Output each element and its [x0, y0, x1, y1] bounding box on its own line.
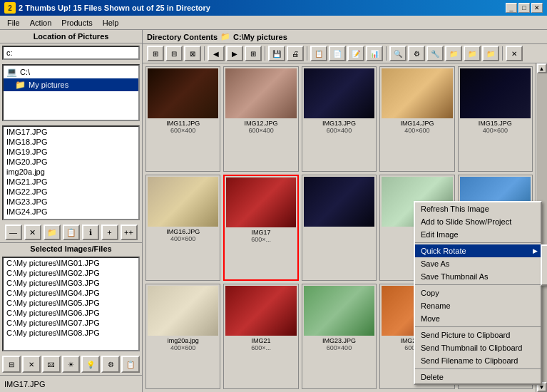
menu-action[interactable]: Action [26, 17, 56, 29]
selected-item[interactable]: C:\My pictures\IMG03.JPG [4, 278, 138, 288]
tb-btn-11[interactable]: 📝 [347, 46, 364, 61]
ctx-copy[interactable]: Copy [415, 287, 541, 299]
thumb-cell[interactable]: IMG12.JPG 600×400 [223, 66, 298, 172]
thumb-cell[interactable]: IMG21 600×... [223, 284, 298, 389]
thumbnail-image [460, 68, 531, 118]
tb-btn-5[interactable]: ▶ [226, 46, 243, 61]
thumb-cell[interactable]: IMG13.JPG 600×400 [302, 66, 377, 172]
file-item[interactable]: IMG24.JPG [4, 207, 138, 217]
thumb-cell-selected[interactable]: IMG17 600×... [223, 175, 298, 282]
tb-btn-3[interactable]: ⊠ [184, 46, 201, 61]
action-btn-2[interactable]: ✕ [22, 356, 41, 373]
tb-btn-9[interactable]: 📋 [310, 46, 327, 61]
action-btn-3[interactable]: 🖂 [42, 356, 61, 373]
thumb-cell[interactable]: img20a.jpg 400×600 [145, 284, 220, 389]
scroll-up-button[interactable]: ▲ [537, 63, 547, 73]
remove-button[interactable]: ✕ [24, 225, 41, 240]
folder-icon: 📁 [220, 32, 230, 41]
file-list: IMG17.JPG IMG18.JPG IMG19.JPG IMG20.JPG … [2, 125, 140, 220]
copy-button[interactable]: 📋 [63, 225, 80, 240]
selected-item[interactable]: C:\My pictures\IMG05.JPG [4, 298, 138, 308]
location-input[interactable] [2, 46, 140, 60]
tb-btn-8[interactable]: 🖨 [287, 46, 304, 61]
tb-btn-1[interactable]: ⊞ [147, 46, 164, 61]
dir-contents-label: Directory Contents [147, 33, 218, 41]
tb-btn-18[interactable]: 📁 [482, 46, 499, 61]
tb-close[interactable]: ✕ [506, 46, 523, 61]
thumb-cell[interactable]: IMG23.JPG 600×400 [302, 284, 377, 389]
thumbnail-image [148, 286, 218, 336]
tb-btn-4[interactable]: ◀ [208, 46, 225, 61]
folder-item-c[interactable]: 💻C:\ [4, 66, 138, 78]
file-item[interactable]: IMG18.JPG [4, 137, 138, 147]
info-button[interactable]: ℹ [82, 225, 99, 240]
selected-item[interactable]: C:\My pictures\IMG02.JPG [4, 268, 138, 278]
thumb-cell[interactable]: IMG15.JPG 400×600 [458, 66, 533, 172]
rotate-left[interactable]: Rotate 90 Degrees to the Left [542, 259, 547, 272]
ctx-slideshow[interactable]: Add to Slide Show/Project [415, 215, 541, 228]
tb-btn-13[interactable]: 🔍 [389, 46, 407, 61]
file-item[interactable]: img20a.jpg [4, 167, 138, 177]
folder-button[interactable]: 📁 [44, 225, 61, 240]
location-header: Location of Pictures [0, 30, 142, 43]
rotate-180[interactable]: Rotate 180 Degrees [542, 272, 547, 284]
minimize-button[interactable]: _ [506, 3, 517, 13]
thumb-cell[interactable]: IMG11.JPG 600×400 [145, 66, 220, 172]
thumb-cell[interactable] [302, 175, 377, 282]
tb-btn-6[interactable]: ⊞ [245, 46, 262, 61]
ctx-edit[interactable]: Edit Image [415, 228, 541, 241]
tb-btn-10[interactable]: 📄 [329, 46, 346, 61]
ctx-quick-rotate[interactable]: Quick Rotate▶ Rotate 90 Degress to the R… [415, 244, 541, 257]
tb-btn-16[interactable]: 📁 [445, 46, 462, 61]
file-item[interactable]: IMG22.JPG [4, 187, 138, 197]
ctx-send-thumb[interactable]: Send Thumbnail to Clipboard [415, 341, 541, 354]
selected-files-header: Selected Images/Files [0, 242, 142, 254]
thumbnail-image [225, 286, 296, 336]
action-btn-5[interactable]: 💡 [81, 356, 100, 373]
ctx-save-thumb[interactable]: Save Thumbnail As [415, 270, 541, 283]
thumbnail-image [304, 177, 374, 227]
ctx-rename[interactable]: Rename [415, 299, 541, 312]
thumbnail-image [226, 177, 295, 227]
tb-btn-15[interactable]: 🔧 [426, 46, 444, 61]
title-bar: 2 2 Thumbs Up! 15 Files Shown out of 25 … [0, 0, 547, 16]
thumb-cell[interactable]: IMG14.JPG 400×600 [379, 66, 454, 172]
ctx-refresh[interactable]: Refresh This Image [415, 202, 541, 215]
menu-help[interactable]: Help [98, 17, 123, 29]
tb-btn-14[interactable]: ⚙ [408, 46, 425, 61]
selected-item[interactable]: C:\My pictures\IMG04.JPG [4, 288, 138, 298]
add-minus-button[interactable]: — [5, 225, 22, 240]
file-item[interactable]: IMG23.JPG [4, 197, 138, 207]
add-button[interactable]: ++ [121, 225, 138, 240]
ctx-send-picture[interactable]: Send Picture to Clipboard [415, 329, 541, 341]
selected-item[interactable]: C:\My pictures\IMG08.JPG [4, 328, 138, 338]
action-btn-7[interactable]: 📋 [121, 356, 140, 373]
ctx-delete[interactable]: Delete [415, 371, 541, 383]
menu-products[interactable]: Products [57, 17, 96, 29]
rotate-right[interactable]: Rotate 90 Degress to the Right [542, 246, 547, 259]
file-item[interactable]: IMG21.JPG [4, 177, 138, 187]
file-item[interactable]: IMG19.JPG [4, 147, 138, 157]
ctx-send-filename[interactable]: Send Filename to Clipboard [415, 354, 541, 367]
action-btn-1[interactable]: ⊟ [2, 356, 21, 373]
folder-item-mypictures[interactable]: 📁My pictures [4, 78, 138, 91]
file-item[interactable]: IMG20.JPG [4, 157, 138, 167]
plus-button[interactable]: + [101, 225, 118, 240]
menu-file[interactable]: File [3, 17, 24, 29]
ctx-save-as[interactable]: Save As [415, 257, 541, 270]
close-button[interactable]: ✕ [531, 3, 543, 13]
thumbnail-image [225, 68, 296, 118]
tb-btn-2[interactable]: ⊟ [165, 46, 183, 61]
maximize-button[interactable]: □ [518, 3, 530, 13]
tb-btn-12[interactable]: 📊 [366, 46, 383, 61]
file-item[interactable]: IMG17.JPG [4, 127, 138, 137]
action-btn-6[interactable]: ⚙ [101, 356, 120, 373]
tb-btn-17[interactable]: 📁 [464, 46, 481, 61]
selected-item[interactable]: C:\My pictures\IMG07.JPG [4, 318, 138, 328]
thumb-cell[interactable]: IMG16.JPG 400×600 [145, 175, 220, 282]
tb-btn-7[interactable]: 💾 [268, 46, 285, 61]
ctx-move[interactable]: Move [415, 312, 541, 325]
selected-item[interactable]: C:\My pictures\IMG06.JPG [4, 308, 138, 318]
action-btn-4[interactable]: ☀ [62, 356, 81, 373]
selected-item[interactable]: C:\My pictures\IMG01.JPG [4, 258, 138, 268]
